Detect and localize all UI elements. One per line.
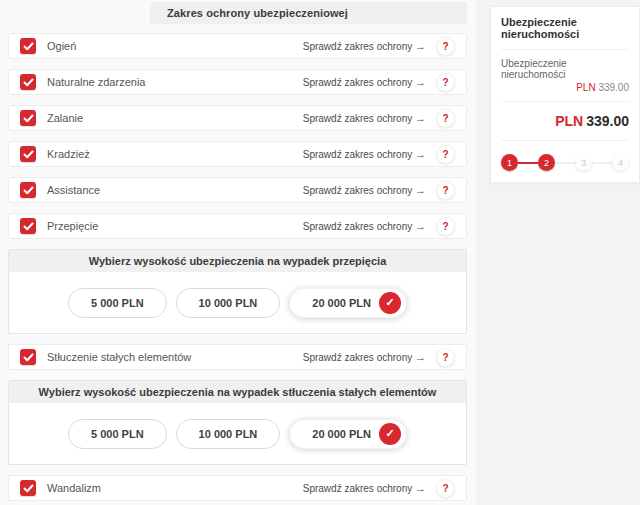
coverage-checkbox[interactable] — [20, 74, 36, 90]
coverage-row: Wandalizm Sprawdź zakres ochrony →? — [8, 475, 467, 501]
help-icon[interactable]: ? — [436, 348, 455, 367]
coverage-link-label: Sprawdź zakres ochrony — [303, 77, 413, 88]
selector-title: Wybierz wysokość ubezpieczenia na wypade… — [9, 250, 466, 272]
summary-item-price: PLN 339.00 — [501, 82, 629, 93]
coverage-row: Ogień Sprawdź zakres ochrony →? — [8, 33, 467, 59]
summary-item-amount: 339.00 — [598, 82, 629, 93]
coverage-row: Przepięcie Sprawdź zakres ochrony →? — [8, 213, 467, 239]
checkmark-icon — [23, 484, 34, 493]
amount-pill-label: 10 000 PLN — [199, 428, 258, 440]
coverage-link-label: Sprawdź zakres ochrony — [303, 221, 413, 232]
coverage-label: Wandalizm — [47, 482, 101, 494]
help-icon[interactable]: ? — [436, 217, 455, 236]
help-icon[interactable]: ? — [436, 37, 455, 56]
help-icon[interactable]: ? — [436, 109, 455, 128]
amount-pill-label: 5 000 PLN — [91, 297, 144, 309]
coverage-checkbox[interactable] — [20, 146, 36, 162]
help-icon[interactable]: ? — [436, 73, 455, 92]
coverage-link[interactable]: Sprawdź zakres ochrony → — [303, 351, 426, 363]
summary-item-label: Ubezpieczenie nieruchomości — [501, 58, 629, 80]
coverage-link[interactable]: Sprawdź zakres ochrony → — [303, 220, 426, 232]
coverage-checkbox[interactable] — [20, 182, 36, 198]
amount-pill[interactable]: 10 000 PLN — [176, 288, 281, 318]
arrow-right-icon: → — [415, 112, 426, 124]
amount-pill-label: 10 000 PLN — [199, 297, 258, 309]
coverage-label: Stłuczenie stałych elementów — [47, 351, 191, 363]
amount-pill[interactable]: 5 000 PLN — [68, 419, 167, 449]
amount-pill-label: 20 000 PLN — [312, 297, 371, 309]
selected-check-icon: ✓ — [379, 292, 401, 314]
coverage-checkbox[interactable] — [20, 349, 36, 365]
coverage-link[interactable]: Sprawdź zakres ochrony → — [303, 482, 426, 494]
checkmark-icon — [23, 114, 34, 123]
coverage-row-actions: Sprawdź zakres ochrony →? — [303, 73, 455, 92]
checkmark-icon — [23, 222, 34, 231]
checkmark-icon — [23, 186, 34, 195]
coverage-link[interactable]: Sprawdź zakres ochrony → — [303, 184, 426, 196]
coverage-label: Naturalne zdarzenia — [47, 76, 145, 88]
help-icon[interactable]: ? — [436, 145, 455, 164]
arrow-right-icon: → — [415, 40, 426, 52]
summary-total-amount: 339.00 — [586, 113, 629, 129]
arrow-right-icon: → — [415, 351, 426, 363]
amount-pill-group: 5 000 PLN10 000 PLN20 000 PLN✓ — [9, 272, 466, 333]
amount-pill-label: 5 000 PLN — [91, 428, 144, 440]
help-icon[interactable]: ? — [436, 181, 455, 200]
amount-pill-label: 20 000 PLN — [312, 428, 371, 440]
checkmark-icon — [23, 78, 34, 87]
coverage-link-label: Sprawdź zakres ochrony — [303, 149, 413, 160]
amount-pill[interactable]: 5 000 PLN — [68, 288, 167, 318]
summary-line-item: Ubezpieczenie nieruchomości PLN 339.00 — [501, 50, 629, 102]
coverage-link-label: Sprawdź zakres ochrony — [303, 41, 413, 52]
help-icon[interactable]: ? — [436, 479, 455, 498]
progress-step-2[interactable]: 2 — [538, 154, 555, 171]
arrow-right-icon: → — [415, 482, 426, 494]
arrow-right-icon: → — [415, 148, 426, 160]
coverage-row-actions: Sprawdź zakres ochrony →? — [303, 37, 455, 56]
step-connector — [518, 162, 538, 164]
progress-step-3: 3 — [575, 154, 592, 171]
arrow-right-icon: → — [415, 76, 426, 88]
coverage-label: Kradzież — [47, 148, 90, 160]
coverage-row: Kradzież Sprawdź zakres ochrony →? — [8, 141, 467, 167]
selector-title: Wybierz wysokość ubezpieczenia na wypade… — [9, 381, 466, 403]
coverage-row-actions: Sprawdź zakres ochrony →? — [303, 217, 455, 236]
amount-pill[interactable]: 20 000 PLN✓ — [289, 419, 407, 449]
amount-selector-card: Wybierz wysokość ubezpieczenia na wypade… — [8, 249, 467, 334]
coverage-link-label: Sprawdź zakres ochrony — [303, 185, 413, 196]
amount-pill[interactable]: 10 000 PLN — [176, 419, 281, 449]
summary-total-price: PLN339.00 — [501, 102, 629, 141]
coverage-row-actions: Sprawdź zakres ochrony →? — [303, 181, 455, 200]
amount-pill[interactable]: 20 000 PLN✓ — [289, 288, 407, 318]
coverage-link-label: Sprawdź zakres ochrony — [303, 352, 413, 363]
coverage-link[interactable]: Sprawdź zakres ochrony → — [303, 40, 426, 52]
coverage-link[interactable]: Sprawdź zakres ochrony → — [303, 112, 426, 124]
coverage-checkbox[interactable] — [20, 110, 36, 126]
step-connector — [592, 162, 612, 164]
amount-pill-group: 5 000 PLN10 000 PLN20 000 PLN✓ — [9, 403, 466, 464]
coverage-label: Assistance — [47, 184, 100, 196]
arrow-right-icon: → — [415, 184, 426, 196]
coverage-link-label: Sprawdź zakres ochrony — [303, 113, 413, 124]
arrow-right-icon: → — [415, 220, 426, 232]
checkmark-icon — [23, 353, 34, 362]
checkmark-icon — [23, 150, 34, 159]
coverage-list: Ogień Sprawdź zakres ochrony →? Naturaln… — [8, 33, 467, 505]
step-connector — [555, 162, 575, 164]
coverage-checkbox[interactable] — [20, 218, 36, 234]
coverage-row: Assistance Sprawdź zakres ochrony →? — [8, 177, 467, 203]
coverage-checkbox[interactable] — [20, 480, 36, 496]
coverage-row-actions: Sprawdź zakres ochrony →? — [303, 348, 455, 367]
progress-step-1[interactable]: 1 — [501, 154, 518, 171]
summary-total-currency: PLN — [555, 113, 583, 129]
coverage-link[interactable]: Sprawdź zakres ochrony → — [303, 148, 426, 160]
coverage-row: Naturalne zdarzenia Sprawdź zakres ochro… — [8, 69, 467, 95]
summary-panel: Ubezpieczenie nieruchomości Ubezpieczeni… — [490, 6, 640, 183]
coverage-label: Przepięcie — [47, 220, 98, 232]
coverage-link[interactable]: Sprawdź zakres ochrony → — [303, 76, 426, 88]
selected-check-icon: ✓ — [379, 423, 401, 445]
progress-steps: 1234 — [501, 141, 629, 171]
coverage-link-label: Sprawdź zakres ochrony — [303, 483, 413, 494]
coverage-checkbox[interactable] — [20, 38, 36, 54]
coverage-row-actions: Sprawdź zakres ochrony →? — [303, 479, 455, 498]
